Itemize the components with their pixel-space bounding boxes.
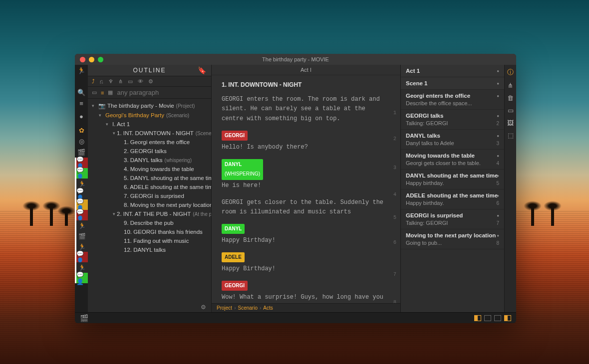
tree-tag: (whispering) [165,158,192,163]
tool-share-icon[interactable]: ⋔ [118,78,123,85]
crumb-item[interactable]: Scenario [238,305,257,311]
editor-body[interactable]: 1. INT. DOWNTOWN - NIGHT GEORGI enters t… [212,75,400,303]
beat-item[interactable]: GEORGI is surprisedTalking: GEORGI●7 [401,209,504,229]
outline-panel: OUTLINE 🔖 ⤴ ⎌ ♆ ⋔ ▭ 👁 ⚙ ▭ ≡ ▦ ▾📷 [88,65,212,312]
image-icon[interactable]: 🖼 [507,119,514,127]
project-icon[interactable]: 🎬 [80,314,88,322]
line-number: 2 [393,135,396,143]
layout-right-icon[interactable] [504,315,511,321]
tool-expand-icon[interactable]: ⤴ [92,78,95,84]
beat-title: GEORGI is surprised [406,212,499,218]
tree-scene-2[interactable]: ▾ 2. INT. AT THE PUB - NIGHT (At the pub… [88,209,211,218]
beat-item[interactable]: Georgi enters the officeDescribe the off… [401,90,504,110]
tree-item[interactable]: 7. GEORGI is surprised [88,191,211,200]
tree-tag: (Scenario) [166,113,189,118]
dialog-block: ADELE Happy Birthday! 6 [222,252,390,274]
outline-title: OUTLINE [133,67,166,74]
action-text: GEORGI enters the room. The room is dark… [222,96,380,122]
beat-item[interactable]: GEORGI talksTalking: GEORGI●2 [401,110,504,130]
sliders-icon[interactable]: ⚙ [201,304,206,311]
crumb-item[interactable]: Project [217,305,232,311]
tree-item[interactable]: 6. ADELE shouting at the same time [88,182,211,191]
tool-gear-icon[interactable]: ⚙ [148,78,153,85]
trash-icon[interactable]: 🗑 [507,94,514,102]
panel-scene-header[interactable]: Scene 1● [401,77,504,90]
tree-scenario[interactable]: ▾ Georgi's Birthday Party (Scenario) [88,111,211,120]
tag-dark-3[interactable]: 🏃 [75,220,88,231]
search-icon[interactable]: 🔍 [75,87,88,98]
tool-tree-icon[interactable]: ♆ [108,78,113,85]
layout-bottom-icon[interactable] [494,315,501,321]
gear-icon[interactable]: ✿ [75,125,88,136]
blank-icon[interactable] [75,76,88,87]
tree-item[interactable]: 4. Moving towards the table [88,165,211,174]
tag-green-1[interactable]: 💬👤 [75,168,88,179]
bookmark-icon[interactable]: 🔖 [198,66,207,74]
layout-center-icon[interactable] [484,315,491,321]
line-number: 6 [393,239,396,247]
outline-search-row: ▭ ≡ ▦ [88,87,211,99]
tree-scene-1[interactable]: ▾ 1. INT. DOWNTOWN - NIGHT (Scene 1) [88,129,211,138]
tree-item[interactable]: 10. GEORGI thanks his friends [88,227,211,236]
view-grid-icon[interactable]: ▦ [108,89,113,96]
tag-dark-4[interactable]: 🎬 [75,231,88,241]
list-icon[interactable]: ≡ [75,98,88,109]
view-mode-icon[interactable]: ▭ [92,89,97,96]
tree-item[interactable]: 11. Fading out with music [88,236,211,245]
tool-layers-icon[interactable]: ▭ [128,78,133,85]
badge-icon[interactable]: ⬚ [508,132,514,139]
tree-label: 1. Georgi enters the office [124,139,190,145]
beat-item[interactable]: ADELE shouting at the same timeHappy bir… [401,189,504,209]
beat-desc: Happy birthday. [406,180,499,186]
beat-item[interactable]: Moving towards the tableGeorgi gets clos… [401,150,504,170]
dialog-text: Hello! Is anybody there? [222,143,390,152]
share-icon[interactable]: ⋔ [508,82,513,89]
beat-item[interactable]: DANYL shouting at the same timeHappy bir… [401,170,504,189]
layout-left-icon[interactable] [474,315,481,321]
action-paragraph: GEORGI enters the room. The room is dark… [222,95,390,124]
beat-desc: Going to pub... [406,240,499,246]
view-list-icon[interactable]: ≡ [101,90,104,96]
titlebar[interactable]: The birthday party - MOVIE [75,54,516,65]
tree-label: Georgi's Birthday Party [105,112,164,118]
target-icon[interactable]: ◎ [75,136,88,147]
tree-item[interactable]: 8. Moving to the next party location [88,200,211,209]
search-input[interactable] [117,89,207,96]
tree-project[interactable]: ▾📷 The birthday party - Movie (Project) [88,101,211,111]
tree-item[interactable]: 12. DANYL talks [88,245,211,254]
tree-item[interactable]: 1. Georgi enters the office [88,138,211,147]
beat-num: 2 [496,121,499,126]
tree-act[interactable]: ▾ I. Act 1 [88,120,211,129]
tag-green-2[interactable]: 💬👤 [75,273,88,283]
outline-tree: ▾📷 The birthday party - Movie (Project) … [88,99,211,302]
crumb-item[interactable]: Acts [263,305,273,311]
beat-num: 5 [496,181,499,186]
info-icon[interactable]: ⓘ [507,68,514,77]
dialog-block: DANYL Happy Birthday! 5 [222,224,390,245]
panel-act-header[interactable]: Act 1● [401,65,504,77]
tree-tag: (Scene 1) [196,131,211,136]
tool-branch-icon[interactable]: ⎌ [100,78,103,84]
tree-item[interactable]: 2. GEORGI talks [88,147,211,156]
tree-item[interactable]: 3. DANYL talks(whispering) [88,156,211,165]
scene-heading: 1. INT. DOWNTOWN - NIGHT [222,80,390,90]
editor-panel: Act I 1. INT. DOWNTOWN - NIGHT GEORGI en… [212,65,400,312]
tag-red-2[interactable]: 💬👤 [75,210,88,220]
breadcrumb: Project› Scenario› Acts [212,303,400,312]
tag-red-3[interactable]: 💬👤 [75,252,88,262]
dot-icon[interactable]: ● [75,111,88,122]
tree-label: 2. GEORGI talks [124,148,167,154]
beat-title: Georgi enters the office [406,93,499,99]
note-icon[interactable]: ▭ [508,107,514,114]
tree-label: 9. Describe the pub [124,220,174,226]
tree-item[interactable]: 5. DANYL shouting at the same time [88,174,211,182]
tree-item[interactable]: 9. Describe the pub [88,218,211,227]
beat-item[interactable]: Moving to the next party locationGoing t… [401,229,504,249]
beat-title: DANYL shouting at the same time [406,173,499,179]
run-icon[interactable]: 🏃 [75,65,88,76]
tree-label: 4. Moving towards the table [124,166,194,172]
beat-desc: Georgi gets closer to the table. [406,160,499,166]
beat-item[interactable]: DANYL talksDanyl talks to Adele●3 [401,130,504,150]
line-number: 1 [393,109,396,117]
tool-eye-icon[interactable]: 👁 [138,78,143,84]
